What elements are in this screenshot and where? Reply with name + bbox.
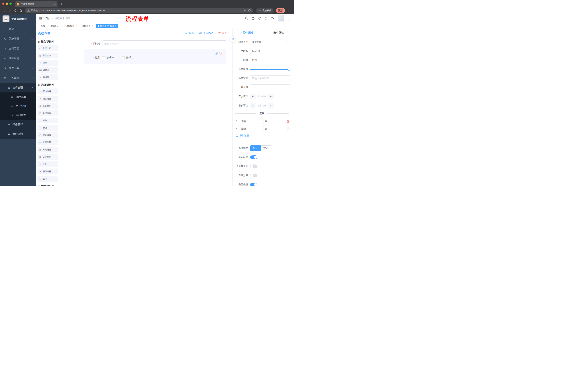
tab-component-props[interactable]: 组件属性 bbox=[233, 29, 263, 36]
border-switch[interactable] bbox=[250, 165, 257, 168]
bookmark-star-icon[interactable] bbox=[248, 9, 251, 12]
avatar-chevron-down-icon[interactable] bbox=[288, 19, 290, 21]
canvas-field-gender-selected[interactable]: 性别 选项一 选项二 bbox=[84, 49, 226, 64]
home-button[interactable] bbox=[18, 8, 23, 13]
slider-track[interactable] bbox=[250, 69, 290, 70]
palette-item-cascader[interactable]: ⋔级联选择 bbox=[37, 96, 58, 102]
palette-item-select[interactable]: ⊙下拉选择 bbox=[37, 88, 58, 94]
form-canvas[interactable]: 手机号 bbox=[82, 37, 232, 186]
remove-option-button[interactable] bbox=[286, 120, 290, 123]
tag-close-icon[interactable]: × bbox=[76, 25, 77, 27]
sidebar-item-user-group[interactable]: ☺ 用户分组 bbox=[0, 102, 36, 111]
address-bar[interactable]: 不安全 | dashboard.yudao.iocoder.cn/bpm/man… bbox=[25, 8, 253, 13]
palette-item-single-text[interactable]: ▭单行文本 bbox=[37, 45, 58, 51]
palette-item-slider[interactable]: ⊸滑块 bbox=[37, 125, 58, 131]
affix-link-button[interactable] bbox=[230, 37, 235, 42]
palette-item-counter[interactable]: 123计数器 bbox=[37, 67, 58, 73]
delete-field-button[interactable] bbox=[220, 51, 223, 55]
checkbox-icon[interactable] bbox=[102, 56, 105, 59]
breadcrumb-home[interactable]: 首页 bbox=[45, 17, 51, 20]
field-name-input[interactable] bbox=[250, 48, 290, 54]
sidebar-item-infrastructure[interactable]: ⊡ 基础设施 bbox=[0, 53, 36, 63]
font-size-icon[interactable] bbox=[271, 17, 274, 20]
palette-item-password[interactable]: ∗密码 bbox=[37, 60, 58, 66]
sidebar-item-payment[interactable]: ¥ 支付管理 bbox=[0, 44, 36, 53]
search-icon[interactable] bbox=[245, 17, 248, 20]
sidebar-item-process-form[interactable]: ▤ 流程表单 bbox=[0, 93, 36, 102]
slider-handle[interactable] bbox=[287, 68, 290, 71]
sidebar-item-devtools[interactable]: ⚒ 研发工具 bbox=[0, 63, 36, 73]
help-icon[interactable] bbox=[258, 17, 261, 20]
disabled-switch[interactable] bbox=[250, 174, 257, 177]
browser-tab[interactable]: 芋道管理系统 × bbox=[15, 1, 57, 7]
fullscreen-icon[interactable] bbox=[265, 17, 268, 20]
show-label-switch[interactable] bbox=[250, 155, 257, 159]
increment-button[interactable]: + bbox=[268, 94, 273, 99]
view-json-button[interactable]: 查看json bbox=[199, 32, 213, 35]
remove-option-button[interactable] bbox=[286, 127, 290, 130]
checkbox-icon[interactable] bbox=[122, 56, 125, 59]
tag-close-icon[interactable]: × bbox=[60, 25, 61, 27]
max-select-stepper[interactable]: − 最多可选 + bbox=[250, 103, 273, 108]
update-button[interactable]: 更新 bbox=[276, 8, 285, 13]
user-avatar[interactable] bbox=[278, 15, 284, 21]
tab-form-props[interactable]: 表单属性 bbox=[263, 29, 294, 36]
github-icon[interactable] bbox=[252, 17, 255, 20]
option-value-input[interactable] bbox=[263, 119, 285, 124]
palette-item-upload[interactable]: ☁上传 bbox=[37, 176, 58, 182]
sidebar-item-system[interactable]: ⚙ 系统管理 bbox=[0, 34, 36, 44]
gender-option1-checkbox[interactable]: 选项一 bbox=[102, 56, 114, 59]
palette-item-date-picker[interactable]: ▦日期选择 bbox=[37, 147, 58, 152]
hamburger-icon[interactable] bbox=[39, 17, 42, 20]
grid-slider[interactable] bbox=[250, 66, 290, 72]
palette-item-checkbox-group[interactable]: ☑多选框组 bbox=[37, 110, 58, 116]
palette-item-rate[interactable]: ☆评分 bbox=[37, 161, 58, 167]
phone-input[interactable] bbox=[102, 40, 226, 47]
required-switch[interactable] bbox=[250, 183, 257, 186]
decrement-button[interactable]: − bbox=[250, 94, 255, 99]
default-value-input[interactable] bbox=[250, 85, 290, 90]
palette-item-switch[interactable]: ◐开关 bbox=[37, 117, 58, 123]
sidebar-item-process-model[interactable]: ✈ 流程模型 bbox=[0, 111, 36, 120]
increment-button[interactable]: + bbox=[268, 103, 273, 108]
component-type-select[interactable]: 多选框组 bbox=[250, 39, 290, 45]
app-logo[interactable]: 芋道管理系统 bbox=[0, 14, 36, 24]
copy-field-button[interactable] bbox=[214, 51, 218, 55]
style-default-button[interactable]: 默认 bbox=[250, 145, 261, 151]
forward-button[interactable] bbox=[7, 8, 12, 13]
browser-expand-chevron-icon[interactable] bbox=[290, 10, 292, 11]
drag-handle-icon[interactable] bbox=[235, 127, 238, 130]
tag-process-model[interactable]: 流程模型 × bbox=[64, 24, 79, 28]
option-label-input[interactable] bbox=[240, 119, 262, 124]
palette-item-date-range[interactable]: ▩日期范围 bbox=[37, 154, 58, 160]
window-zoom-button[interactable] bbox=[10, 2, 12, 5]
new-tab-button[interactable] bbox=[59, 2, 64, 7]
sidebar-item-home[interactable]: ⌂ 首页 bbox=[0, 24, 36, 34]
palette-item-time-picker[interactable]: ◴时间选择 bbox=[37, 132, 58, 138]
palette-item-multi-text[interactable]: ▤多行文本 bbox=[37, 53, 58, 58]
password-key-icon[interactable] bbox=[244, 9, 247, 12]
window-close-button[interactable] bbox=[2, 2, 4, 5]
palette-item-editor[interactable]: ✎编辑器 bbox=[37, 74, 58, 80]
reload-button[interactable] bbox=[13, 8, 18, 13]
tag-process-form-edit[interactable]: 流程表单-编辑 × bbox=[96, 24, 118, 28]
decrement-button[interactable]: − bbox=[250, 103, 255, 108]
incognito-badge[interactable]: 无痕模式 bbox=[256, 8, 274, 13]
drag-handle-icon[interactable] bbox=[235, 120, 238, 123]
gender-option2-checkbox[interactable]: 选项二 bbox=[122, 56, 134, 59]
palette-item-color-picker[interactable]: ◑颜色选择 bbox=[37, 169, 58, 174]
sidebar-item-task-management[interactable]: ⋔ 任务管理 bbox=[0, 120, 36, 129]
tag-home[interactable]: 首页 bbox=[39, 24, 47, 28]
canvas-field-phone[interactable]: 手机号 bbox=[84, 40, 226, 47]
style-button-button[interactable]: 按钮 bbox=[261, 145, 271, 151]
palette-item-time-range[interactable]: ◶时间范围 bbox=[37, 139, 58, 145]
save-button[interactable]: 保存 bbox=[185, 32, 194, 35]
tag-close-icon[interactable]: × bbox=[115, 25, 117, 27]
sidebar-item-leave-query[interactable]: ♟ 请假查询 bbox=[0, 129, 36, 139]
tag-process-definition[interactable]: 流程定义 × bbox=[48, 24, 63, 28]
tag-close-icon[interactable]: × bbox=[92, 25, 93, 27]
back-button[interactable] bbox=[2, 8, 7, 13]
tab-close-icon[interactable]: × bbox=[54, 3, 56, 5]
browser-menu-icon[interactable]: ⋮ bbox=[286, 9, 290, 12]
add-option-button[interactable]: 添加选项 bbox=[236, 134, 290, 137]
